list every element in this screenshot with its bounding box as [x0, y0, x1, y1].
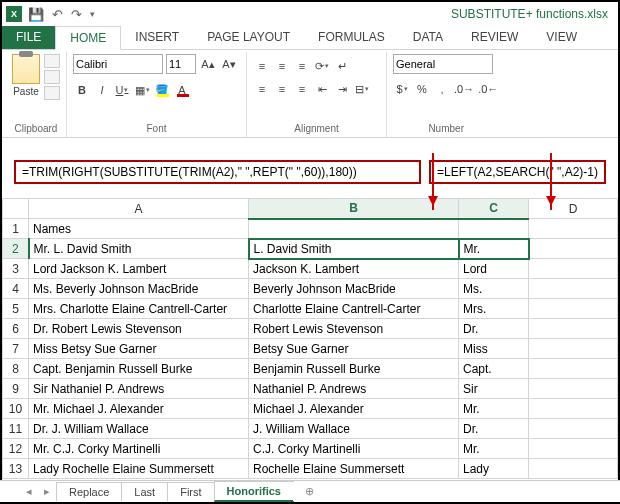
cell-d2[interactable]	[529, 239, 618, 259]
cell-b11[interactable]: J. William Wallace	[249, 419, 459, 439]
redo-icon[interactable]: ↷	[71, 7, 82, 22]
cell-c13[interactable]: Lady	[459, 459, 529, 479]
table-row[interactable]: 2Mr. L. David SmithL. David SmithMr.	[3, 239, 618, 259]
row-header[interactable]: 1	[3, 219, 29, 239]
bold-button[interactable]: B	[73, 81, 91, 99]
tab-view[interactable]: VIEW	[532, 26, 591, 49]
font-color-button[interactable]: A	[173, 81, 191, 99]
cell-a10[interactable]: Mr. Michael J. Alexander	[29, 399, 249, 419]
cell-a11[interactable]: Dr. J. William Wallace	[29, 419, 249, 439]
cell-c2[interactable]: Mr.	[459, 239, 529, 259]
cell-a2[interactable]: Mr. L. David Smith	[29, 239, 249, 259]
sheet-tab-replace[interactable]: Replace	[56, 482, 122, 501]
wrap-text-button[interactable]: ↵	[333, 57, 351, 75]
row-header[interactable]: 8	[3, 359, 29, 379]
sheet-tab-first[interactable]: First	[167, 482, 214, 501]
cell-d1[interactable]	[529, 219, 618, 239]
number-format-select[interactable]	[393, 54, 493, 74]
cell-c4[interactable]: Ms.	[459, 279, 529, 299]
row-header[interactable]: 7	[3, 339, 29, 359]
cells-table[interactable]: A B C D 1Names2Mr. L. David SmithL. Davi…	[2, 198, 618, 479]
sheet-nav-next-icon[interactable]: ▸	[38, 485, 56, 498]
cell-a7[interactable]: Miss Betsy Sue Garner	[29, 339, 249, 359]
table-row[interactable]: 1Names	[3, 219, 618, 239]
row-header[interactable]: 3	[3, 259, 29, 279]
font-name-select[interactable]	[73, 54, 163, 74]
row-header[interactable]: 9	[3, 379, 29, 399]
col-header-a[interactable]: A	[29, 199, 249, 219]
cell-a12[interactable]: Mr. C.J. Corky Martinelli	[29, 439, 249, 459]
align-top-icon[interactable]: ≡	[253, 57, 271, 75]
tab-review[interactable]: REVIEW	[457, 26, 532, 49]
spreadsheet-grid[interactable]: A B C D 1Names2Mr. L. David SmithL. Davi…	[2, 198, 618, 479]
cell-c3[interactable]: Lord	[459, 259, 529, 279]
align-bottom-icon[interactable]: ≡	[293, 57, 311, 75]
cell-c8[interactable]: Capt.	[459, 359, 529, 379]
col-header-d[interactable]: D	[529, 199, 618, 219]
cell-a3[interactable]: Lord Jackson K. Lambert	[29, 259, 249, 279]
row-header[interactable]: 4	[3, 279, 29, 299]
font-size-select[interactable]	[166, 54, 196, 74]
cell-d10[interactable]	[529, 399, 618, 419]
table-row[interactable]: 9Sir Nathaniel P. AndrewsNathaniel P. An…	[3, 379, 618, 399]
align-middle-icon[interactable]: ≡	[273, 57, 291, 75]
sheet-add-button[interactable]: ⊕	[293, 482, 326, 501]
paste-button[interactable]: Paste	[12, 54, 40, 97]
cell-a1[interactable]: Names	[29, 219, 249, 239]
align-center-icon[interactable]: ≡	[273, 80, 291, 98]
format-painter-button[interactable]	[44, 86, 60, 100]
align-left-icon[interactable]: ≡	[253, 80, 271, 98]
cell-b4[interactable]: Beverly Johnson MacBride	[249, 279, 459, 299]
italic-button[interactable]: I	[93, 81, 111, 99]
cell-a9[interactable]: Sir Nathaniel P. Andrews	[29, 379, 249, 399]
row-header[interactable]: 10	[3, 399, 29, 419]
cell-b1[interactable]	[249, 219, 459, 239]
cell-d7[interactable]	[529, 339, 618, 359]
cell-b6[interactable]: Robert Lewis Stevenson	[249, 319, 459, 339]
cell-c7[interactable]: Miss	[459, 339, 529, 359]
percent-format-icon[interactable]: %	[413, 80, 431, 98]
cell-d12[interactable]	[529, 439, 618, 459]
cell-c5[interactable]: Mrs.	[459, 299, 529, 319]
table-row[interactable]: 8Capt. Benjamin Russell BurkeBenjamin Ru…	[3, 359, 618, 379]
cell-d9[interactable]	[529, 379, 618, 399]
decrease-decimal-icon[interactable]: .0←	[477, 80, 499, 98]
table-row[interactable]: 5Mrs. Charlotte Elaine Cantrell-CarterCh…	[3, 299, 618, 319]
cell-d6[interactable]	[529, 319, 618, 339]
cell-d8[interactable]	[529, 359, 618, 379]
border-button[interactable]: ▦	[133, 81, 151, 99]
cell-b3[interactable]: Jackson K. Lambert	[249, 259, 459, 279]
cell-c1[interactable]	[459, 219, 529, 239]
cell-c6[interactable]: Dr.	[459, 319, 529, 339]
cell-d5[interactable]	[529, 299, 618, 319]
cell-b5[interactable]: Charlotte Elaine Cantrell-Carter	[249, 299, 459, 319]
increase-font-icon[interactable]: A▴	[199, 55, 217, 73]
align-right-icon[interactable]: ≡	[293, 80, 311, 98]
undo-icon[interactable]: ↶	[52, 7, 63, 22]
cell-d4[interactable]	[529, 279, 618, 299]
row-header[interactable]: 11	[3, 419, 29, 439]
cell-b13[interactable]: Rochelle Elaine Summersett	[249, 459, 459, 479]
merge-button[interactable]: ⊟	[353, 80, 371, 98]
cell-c12[interactable]: Mr.	[459, 439, 529, 459]
sheet-tab-last[interactable]: Last	[121, 482, 168, 501]
cell-b9[interactable]: Nathaniel P. Andrews	[249, 379, 459, 399]
decrease-indent-icon[interactable]: ⇤	[313, 80, 331, 98]
cell-a5[interactable]: Mrs. Charlotte Elaine Cantrell-Carter	[29, 299, 249, 319]
table-row[interactable]: 6Dr. Robert Lewis StevensonRobert Lewis …	[3, 319, 618, 339]
cell-b12[interactable]: C.J. Corky Martinelli	[249, 439, 459, 459]
cell-d13[interactable]	[529, 459, 618, 479]
cell-d11[interactable]	[529, 419, 618, 439]
table-row[interactable]: 7Miss Betsy Sue GarnerBetsy Sue GarnerMi…	[3, 339, 618, 359]
cell-a8[interactable]: Capt. Benjamin Russell Burke	[29, 359, 249, 379]
sheet-tab-honorifics[interactable]: Honorifics	[214, 481, 294, 502]
decrease-font-icon[interactable]: A▾	[220, 55, 238, 73]
row-header[interactable]: 2	[3, 239, 29, 259]
tab-insert[interactable]: INSERT	[121, 26, 193, 49]
cell-d3[interactable]	[529, 259, 618, 279]
save-icon[interactable]: 💾	[28, 7, 44, 22]
sheet-nav-prev-icon[interactable]: ◂	[20, 485, 38, 498]
cell-c11[interactable]: Dr.	[459, 419, 529, 439]
row-header[interactable]: 6	[3, 319, 29, 339]
cell-a6[interactable]: Dr. Robert Lewis Stevenson	[29, 319, 249, 339]
